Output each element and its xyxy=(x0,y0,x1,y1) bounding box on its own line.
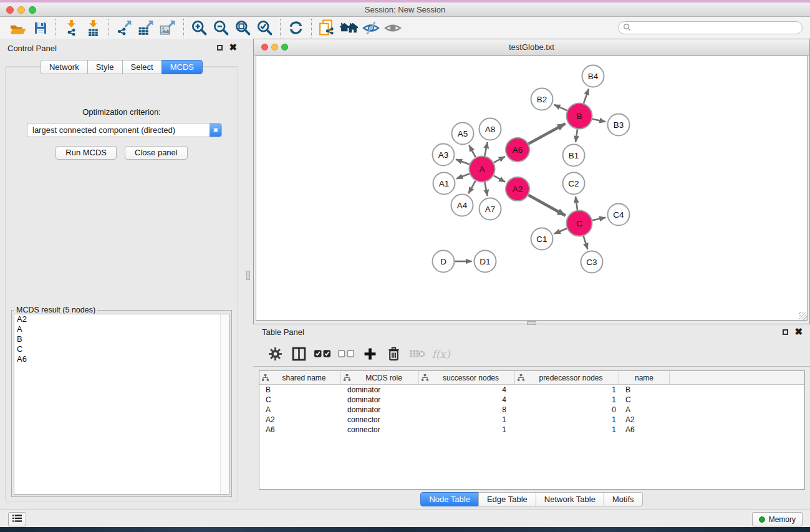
export-table-icon[interactable] xyxy=(135,18,157,37)
zoom-selected-icon[interactable] xyxy=(254,18,276,37)
graph-node-A6[interactable]: A6 xyxy=(506,138,529,162)
graph-edge-C-C4[interactable] xyxy=(592,218,605,221)
hide-panels-icon[interactable] xyxy=(360,18,382,37)
graph-node-B2[interactable]: B2 xyxy=(531,89,553,110)
graph-node-D1[interactable]: D1 xyxy=(475,251,496,273)
graph-edge-A-A3[interactable] xyxy=(456,159,470,164)
column-header-shared-name[interactable]: shared name xyxy=(259,371,341,384)
search-box[interactable] xyxy=(618,21,803,34)
graph-edge-A-A2[interactable] xyxy=(494,176,505,182)
graph-node-D[interactable]: D xyxy=(433,251,455,273)
panel-divider-horizontal[interactable] xyxy=(527,321,536,325)
graph-edge-B-B4[interactable] xyxy=(584,89,589,103)
graph-edge-B-B3[interactable] xyxy=(592,119,605,122)
graph-edge-A-A7[interactable] xyxy=(485,182,487,196)
column-header-name[interactable]: name xyxy=(619,371,670,384)
mcds-list-scrollbar[interactable] xyxy=(220,314,229,494)
deselect-all-icon[interactable] xyxy=(334,345,358,364)
close-table-panel-icon[interactable]: ✖ xyxy=(794,329,803,335)
tab-style[interactable]: Style xyxy=(87,60,123,74)
graph-node-C3[interactable]: C3 xyxy=(581,251,603,273)
home-icon[interactable] xyxy=(338,18,360,37)
refresh-icon[interactable] xyxy=(285,18,307,37)
close-panel-button[interactable]: Close panel xyxy=(125,146,188,160)
table-row[interactable]: Adominator80A xyxy=(259,405,804,415)
graph-node-A1[interactable]: A1 xyxy=(433,173,455,195)
column-header-successor-nodes[interactable]: successor nodes xyxy=(419,371,515,384)
graph-node-A7[interactable]: A7 xyxy=(480,198,501,220)
table-tab-network-table[interactable]: Network Table xyxy=(536,492,604,506)
export-image-icon[interactable] xyxy=(157,18,179,37)
search-input[interactable] xyxy=(634,23,798,33)
resize-grip-icon[interactable] xyxy=(799,312,807,320)
mcds-result-item[interactable]: C xyxy=(14,344,229,354)
mcds-result-list[interactable]: A2ABCA6 xyxy=(14,314,229,495)
graph-edge-A6-B[interactable] xyxy=(529,123,566,143)
table-tab-motifs[interactable]: Motifs xyxy=(604,492,643,506)
graph-edge-A-A8[interactable] xyxy=(485,142,487,156)
float-panel-icon[interactable] xyxy=(217,45,223,51)
graph-edge-C-C3[interactable] xyxy=(584,236,588,249)
graph-node-C1[interactable]: C1 xyxy=(531,228,553,250)
table-row[interactable]: Bdominator41B xyxy=(259,385,804,395)
graph-edge-A-A4[interactable] xyxy=(468,181,475,193)
import-network-icon[interactable] xyxy=(60,18,82,37)
mcds-result-item[interactable]: A xyxy=(14,324,229,334)
graph-node-A8[interactable]: A8 xyxy=(480,118,501,140)
graph-node-A3[interactable]: A3 xyxy=(433,144,455,166)
tab-select[interactable]: Select xyxy=(122,60,162,74)
new-session-icon[interactable] xyxy=(316,18,338,37)
graph-node-B1[interactable]: B1 xyxy=(563,145,585,167)
column-header-MCDS-role[interactable]: MCDS role xyxy=(341,371,419,384)
table-row[interactable]: Cdominator41C xyxy=(259,395,804,405)
graph-node-B[interactable]: B xyxy=(567,104,592,129)
export-network-icon[interactable] xyxy=(113,18,135,37)
graph-node-A5[interactable]: A5 xyxy=(452,123,474,145)
zoom-in-icon[interactable] xyxy=(188,18,210,37)
graph-node-C2[interactable]: C2 xyxy=(563,173,585,195)
network-canvas[interactable]: B4B2BB3A8A5A6A3B1AA1C2A2A4A7C4CC1C3DD1 xyxy=(256,56,808,321)
table-tab-node-table[interactable]: Node Table xyxy=(420,492,479,506)
float-table-panel-icon[interactable] xyxy=(783,329,788,335)
graph-node-A4[interactable]: A4 xyxy=(451,195,473,216)
trash-icon[interactable] xyxy=(382,345,405,364)
graph-edge-B-B1[interactable] xyxy=(576,129,577,142)
add-column-icon[interactable] xyxy=(358,345,382,364)
column-header-predecessor-nodes[interactable]: predecessor nodes xyxy=(515,371,619,384)
graph-edge-C-C1[interactable] xyxy=(554,228,567,233)
graph-node-A2[interactable]: A2 xyxy=(506,177,529,201)
graph-edge-A-A6[interactable] xyxy=(494,157,505,163)
graph-edge-B-B2[interactable] xyxy=(554,105,567,110)
graph-node-C4[interactable]: C4 xyxy=(608,204,630,226)
tab-network[interactable]: Network xyxy=(41,60,88,74)
criterion-select[interactable]: largest connected component (directed) xyxy=(27,123,222,137)
graph-node-A[interactable]: A xyxy=(470,157,495,182)
save-session-icon[interactable] xyxy=(29,18,51,37)
graph-node-B4[interactable]: B4 xyxy=(582,65,604,87)
panel-divider-vertical[interactable] xyxy=(243,39,253,510)
show-panels-icon[interactable] xyxy=(382,18,403,37)
graph-edge-A2-C[interactable] xyxy=(528,195,565,216)
graph-edge-A-A1[interactable] xyxy=(456,174,470,179)
graph-node-C[interactable]: C xyxy=(567,211,592,236)
mcds-result-item[interactable]: B xyxy=(14,334,229,344)
zoom-out-icon[interactable] xyxy=(210,18,232,37)
table-row[interactable]: A6connector11A6 xyxy=(259,425,804,435)
task-history-button[interactable] xyxy=(8,512,26,526)
divider-grabber-icon[interactable] xyxy=(246,271,250,280)
zoom-fit-icon[interactable] xyxy=(232,18,254,37)
graph-edge-A-A5[interactable] xyxy=(469,145,475,157)
run-mcds-button[interactable]: Run MCDS xyxy=(55,146,117,160)
memory-button[interactable]: Memory xyxy=(752,512,803,526)
mcds-result-item[interactable]: A6 xyxy=(14,354,229,364)
select-all-icon[interactable] xyxy=(311,345,334,364)
graph-node-B3[interactable]: B3 xyxy=(608,114,630,136)
gear-icon[interactable] xyxy=(263,345,287,364)
open-folder-icon[interactable] xyxy=(7,18,29,37)
tab-mcds[interactable]: MCDS xyxy=(162,60,203,74)
table-row[interactable]: A2connector11A2 xyxy=(259,415,804,425)
table-tab-edge-table[interactable]: Edge Table xyxy=(478,492,536,506)
close-panel-icon[interactable]: ✖ xyxy=(229,44,237,51)
graph-edge-C-C2[interactable] xyxy=(576,196,577,210)
split-panel-icon[interactable] xyxy=(287,345,311,364)
